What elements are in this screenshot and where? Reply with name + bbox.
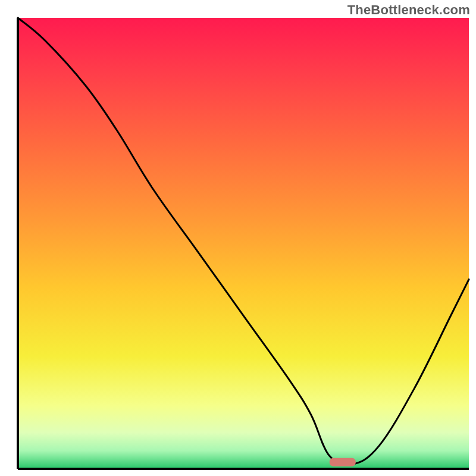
optimal-point-marker — [330, 458, 356, 466]
watermark-text: TheBottleneck.com — [347, 2, 470, 18]
bottleneck-chart — [0, 0, 476, 476]
chart-container: TheBottleneck.com — [0, 0, 476, 476]
